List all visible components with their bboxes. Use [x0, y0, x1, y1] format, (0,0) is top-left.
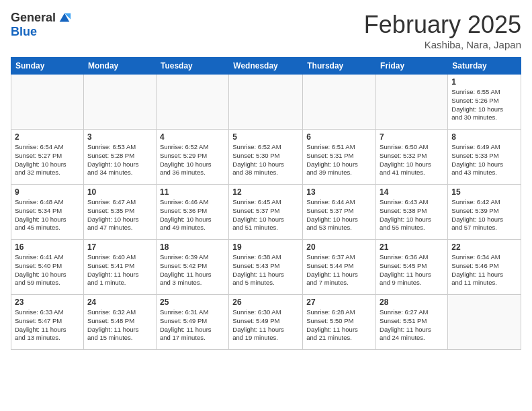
day-number: 15: [451, 187, 517, 197]
day-number: 23: [15, 298, 80, 307]
calendar-cell: 1Sunrise: 6:55 AM Sunset: 5:26 PM Daylig…: [448, 75, 521, 130]
day-number: 24: [87, 298, 152, 307]
day-number: 11: [160, 187, 225, 197]
weekday-header: Tuesday: [156, 58, 228, 75]
logo-text: General Blue: [11, 11, 72, 39]
calendar-cell: 7Sunrise: 6:50 AM Sunset: 5:32 PM Daylig…: [376, 130, 448, 185]
calendar-cell: 17Sunrise: 6:40 AM Sunset: 5:41 PM Dayli…: [83, 240, 156, 295]
location: Kashiba, Nara, Japan: [364, 39, 521, 50]
day-info: Sunrise: 6:40 AM Sunset: 5:41 PM Dayligh…: [87, 253, 152, 287]
day-info: Sunrise: 6:52 AM Sunset: 5:29 PM Dayligh…: [160, 143, 225, 177]
day-info: Sunrise: 6:55 AM Sunset: 5:26 PM Dayligh…: [451, 88, 517, 122]
calendar-cell: 21Sunrise: 6:36 AM Sunset: 5:45 PM Dayli…: [376, 240, 448, 295]
day-number: 19: [232, 242, 299, 252]
calendar-cell: 22Sunrise: 6:34 AM Sunset: 5:46 PM Dayli…: [448, 240, 521, 295]
calendar-cell: 12Sunrise: 6:45 AM Sunset: 5:37 PM Dayli…: [229, 185, 303, 240]
day-info: Sunrise: 6:34 AM Sunset: 5:46 PM Dayligh…: [451, 253, 517, 287]
day-number: 16: [15, 242, 80, 252]
calendar-week-row: 9Sunrise: 6:48 AM Sunset: 5:34 PM Daylig…: [11, 185, 521, 240]
day-info: Sunrise: 6:51 AM Sunset: 5:31 PM Dayligh…: [306, 143, 372, 177]
day-info: Sunrise: 6:46 AM Sunset: 5:36 PM Dayligh…: [160, 198, 225, 232]
day-info: Sunrise: 6:53 AM Sunset: 5:28 PM Dayligh…: [87, 143, 152, 177]
calendar-cell: [376, 75, 448, 130]
day-number: 9: [15, 187, 80, 197]
day-info: Sunrise: 6:33 AM Sunset: 5:47 PM Dayligh…: [15, 308, 80, 342]
calendar-week-row: 1Sunrise: 6:55 AM Sunset: 5:26 PM Daylig…: [11, 75, 521, 130]
calendar-cell: 14Sunrise: 6:43 AM Sunset: 5:38 PM Dayli…: [376, 185, 448, 240]
calendar-cell: 11Sunrise: 6:46 AM Sunset: 5:36 PM Dayli…: [156, 185, 228, 240]
day-info: Sunrise: 6:38 AM Sunset: 5:43 PM Dayligh…: [232, 253, 299, 287]
day-info: Sunrise: 6:50 AM Sunset: 5:32 PM Dayligh…: [380, 143, 444, 177]
calendar-cell: 3Sunrise: 6:53 AM Sunset: 5:28 PM Daylig…: [83, 130, 156, 185]
day-number: 1: [451, 77, 517, 87]
day-info: Sunrise: 6:31 AM Sunset: 5:49 PM Dayligh…: [160, 308, 225, 342]
day-number: 28: [380, 298, 444, 307]
day-info: Sunrise: 6:27 AM Sunset: 5:51 PM Dayligh…: [380, 308, 444, 342]
day-info: Sunrise: 6:36 AM Sunset: 5:45 PM Dayligh…: [380, 253, 444, 287]
day-info: Sunrise: 6:30 AM Sunset: 5:49 PM Dayligh…: [232, 308, 299, 342]
calendar-cell: 18Sunrise: 6:39 AM Sunset: 5:42 PM Dayli…: [156, 240, 228, 295]
calendar-cell: [11, 75, 84, 130]
day-info: Sunrise: 6:47 AM Sunset: 5:35 PM Dayligh…: [87, 198, 152, 232]
day-number: 5: [232, 132, 299, 142]
day-number: 8: [451, 132, 517, 142]
day-info: Sunrise: 6:52 AM Sunset: 5:30 PM Dayligh…: [232, 143, 299, 177]
day-number: 10: [87, 187, 152, 197]
day-info: Sunrise: 6:44 AM Sunset: 5:37 PM Dayligh…: [306, 198, 372, 232]
month-title: February 2025: [364, 11, 521, 39]
day-number: 6: [306, 132, 372, 142]
day-info: Sunrise: 6:48 AM Sunset: 5:34 PM Dayligh…: [15, 198, 80, 232]
calendar-cell: [303, 75, 376, 130]
logo-general: General: [11, 11, 56, 25]
calendar-cell: 5Sunrise: 6:52 AM Sunset: 5:30 PM Daylig…: [229, 130, 303, 185]
calendar-header-row: SundayMondayTuesdayWednesdayThursdayFrid…: [11, 58, 521, 75]
calendar-cell: [83, 75, 156, 130]
day-number: 21: [380, 242, 444, 252]
calendar-cell: 2Sunrise: 6:54 AM Sunset: 5:27 PM Daylig…: [11, 130, 84, 185]
calendar-cell: 25Sunrise: 6:31 AM Sunset: 5:49 PM Dayli…: [156, 295, 228, 350]
day-number: 3: [87, 132, 152, 142]
calendar-cell: 26Sunrise: 6:30 AM Sunset: 5:49 PM Dayli…: [229, 295, 303, 350]
day-info: Sunrise: 6:45 AM Sunset: 5:37 PM Dayligh…: [232, 198, 299, 232]
calendar-body: 1Sunrise: 6:55 AM Sunset: 5:26 PM Daylig…: [11, 75, 521, 350]
day-info: Sunrise: 6:49 AM Sunset: 5:33 PM Dayligh…: [451, 143, 517, 177]
calendar-cell: 15Sunrise: 6:42 AM Sunset: 5:39 PM Dayli…: [448, 185, 521, 240]
day-info: Sunrise: 6:42 AM Sunset: 5:39 PM Dayligh…: [451, 198, 517, 232]
day-number: 14: [380, 187, 444, 197]
day-number: 7: [380, 132, 444, 142]
day-number: 2: [15, 132, 80, 142]
calendar-cell: 16Sunrise: 6:41 AM Sunset: 5:40 PM Dayli…: [11, 240, 84, 295]
day-number: 18: [160, 242, 225, 252]
day-number: 27: [306, 298, 372, 307]
weekday-header: Friday: [376, 58, 448, 75]
calendar-cell: 6Sunrise: 6:51 AM Sunset: 5:31 PM Daylig…: [303, 130, 376, 185]
day-number: 26: [232, 298, 299, 307]
calendar-cell: 4Sunrise: 6:52 AM Sunset: 5:29 PM Daylig…: [156, 130, 228, 185]
day-number: 12: [232, 187, 299, 197]
calendar-week-row: 23Sunrise: 6:33 AM Sunset: 5:47 PM Dayli…: [11, 295, 521, 350]
calendar-cell: 8Sunrise: 6:49 AM Sunset: 5:33 PM Daylig…: [448, 130, 521, 185]
logo-blue: Blue: [11, 26, 72, 39]
calendar-week-row: 16Sunrise: 6:41 AM Sunset: 5:40 PM Dayli…: [11, 240, 521, 295]
calendar-cell: 23Sunrise: 6:33 AM Sunset: 5:47 PM Dayli…: [11, 295, 84, 350]
calendar-week-row: 2Sunrise: 6:54 AM Sunset: 5:27 PM Daylig…: [11, 130, 521, 185]
calendar-cell: 19Sunrise: 6:38 AM Sunset: 5:43 PM Dayli…: [229, 240, 303, 295]
weekday-header: Sunday: [11, 58, 84, 75]
calendar-cell: [156, 75, 228, 130]
day-info: Sunrise: 6:39 AM Sunset: 5:42 PM Dayligh…: [160, 253, 225, 287]
day-number: 17: [87, 242, 152, 252]
calendar-cell: 20Sunrise: 6:37 AM Sunset: 5:44 PM Dayli…: [303, 240, 376, 295]
calendar-cell: 10Sunrise: 6:47 AM Sunset: 5:35 PM Dayli…: [83, 185, 156, 240]
day-info: Sunrise: 6:54 AM Sunset: 5:27 PM Dayligh…: [15, 143, 80, 177]
header: General Blue February 2025 Kashiba, Nara…: [11, 11, 521, 50]
calendar-cell: 24Sunrise: 6:32 AM Sunset: 5:48 PM Dayli…: [83, 295, 156, 350]
weekday-header: Monday: [83, 58, 156, 75]
weekday-header: Thursday: [303, 58, 376, 75]
page: General Blue February 2025 Kashiba, Nara…: [0, 0, 532, 411]
day-number: 20: [306, 242, 372, 252]
weekday-header: Wednesday: [229, 58, 303, 75]
day-info: Sunrise: 6:37 AM Sunset: 5:44 PM Dayligh…: [306, 253, 372, 287]
day-info: Sunrise: 6:41 AM Sunset: 5:40 PM Dayligh…: [15, 253, 80, 287]
day-info: Sunrise: 6:32 AM Sunset: 5:48 PM Dayligh…: [87, 308, 152, 342]
logo-icon: [57, 11, 72, 26]
